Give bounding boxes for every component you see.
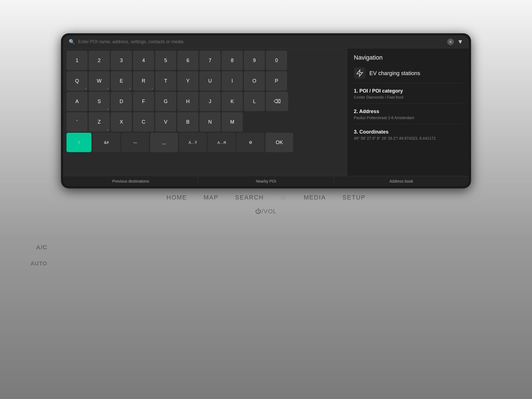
nav-panel: Navigation EV charging stations	[347, 48, 469, 176]
key-d[interactable]: D	[111, 92, 132, 111]
coordinates-section[interactable]: 3. Coordinates 49° 58' 27.6" 8° 26' 28.2…	[354, 129, 462, 144]
control-bar-bottom: ⏻/VOL	[61, 208, 471, 217]
key-b[interactable]: B	[177, 112, 198, 132]
poi-section[interactable]: 1. POI / POI category Coster Diamonds / …	[354, 88, 462, 104]
qwerty-row: Q W E R T Y U I O P	[66, 71, 344, 91]
space-key[interactable]: ⎵	[150, 133, 178, 152]
key-t[interactable]: T	[155, 71, 176, 91]
key-5[interactable]: 5	[155, 51, 176, 70]
dashboard: 🔍 ✕ ▼ 1 2 3 4 5 6 7	[0, 0, 532, 399]
filter-icon[interactable]: ▼	[457, 38, 463, 45]
power-vol-button[interactable]: ⏻/VOL	[255, 208, 277, 215]
key-w[interactable]: W	[89, 71, 110, 91]
zxcv-row: ' Z X C V B N M	[66, 112, 344, 132]
search-input[interactable]	[78, 39, 444, 44]
nav-title: Navigation	[354, 54, 462, 61]
key-c[interactable]: C	[133, 112, 154, 132]
clear-button[interactable]: ✕	[447, 39, 454, 45]
key-h[interactable]: H	[177, 92, 198, 111]
media-button[interactable]: MEDIA	[304, 194, 326, 202]
star-icon[interactable]: ☆	[280, 194, 287, 202]
shift-key[interactable]: ↑	[66, 133, 91, 152]
ev-charging-item[interactable]: EV charging stations	[354, 67, 462, 83]
bottom-bar: Previous destinations Nearby POI Address…	[63, 176, 469, 186]
main-content: 1 2 3 4 5 6 7 8 9 0 Q W	[63, 48, 469, 176]
key-z[interactable]: Z	[89, 112, 110, 132]
home-button[interactable]: HOME	[167, 194, 187, 202]
key-8[interactable]: 8	[222, 51, 243, 70]
search-button[interactable]: SEARCH	[235, 194, 264, 202]
poi-subtitle: Coster Diamonds / Fast food	[354, 95, 462, 99]
key-e[interactable]: E	[111, 71, 132, 91]
address-number: 2.	[354, 109, 358, 114]
key-u[interactable]: U	[200, 71, 221, 91]
cyrillic-key[interactable]: А…Я	[208, 133, 236, 152]
number-row: 1 2 3 4 5 6 7 8 9 0	[66, 51, 344, 70]
auto-label: AUTO	[30, 260, 47, 267]
poi-title: 1. POI / POI category	[354, 88, 462, 94]
key-q[interactable]: Q	[66, 71, 88, 91]
key-y[interactable]: Y	[177, 71, 198, 91]
key-r[interactable]: R	[133, 71, 154, 91]
search-icon: 🔍	[69, 39, 75, 45]
key-apostrophe[interactable]: '	[66, 112, 88, 132]
key-f[interactable]: F	[133, 92, 154, 111]
key-j[interactable]: J	[200, 92, 221, 111]
coord-title-text: Coordinates	[359, 129, 388, 135]
key-n[interactable]: N	[200, 112, 221, 132]
key-i[interactable]: I	[222, 71, 243, 91]
settings-key[interactable]: ⚙	[237, 133, 264, 152]
key-k[interactable]: K	[222, 92, 243, 111]
prev-destinations-btn[interactable]: Previous destinations	[63, 176, 198, 186]
address-section[interactable]: 2. Address Paulus Potterstraat 2-6 Amste…	[354, 109, 462, 124]
special-chars-key[interactable]: &#	[93, 133, 120, 152]
ac-label[interactable]: A/C	[36, 244, 47, 251]
address-subtitle: Paulus Potterstraat 2-6 Amsterdam	[354, 116, 462, 120]
poi-number: 1.	[354, 88, 358, 94]
map-button[interactable]: MAP	[204, 194, 219, 202]
address-title: 2. Address	[354, 109, 462, 114]
ev-icon	[354, 67, 365, 79]
setup-button[interactable]: SETUP	[342, 194, 365, 202]
key-a[interactable]: A	[66, 92, 88, 111]
key-4[interactable]: 4	[133, 51, 154, 70]
screen-bezel: 🔍 ✕ ▼ 1 2 3 4 5 6 7	[61, 33, 471, 188]
key-6[interactable]: 6	[177, 51, 198, 70]
dash-key[interactable]: —	[121, 133, 149, 152]
ok-key[interactable]: OK	[265, 133, 293, 152]
key-9[interactable]: 9	[244, 51, 265, 70]
physical-controls: HOME MAP SEARCH ☆ MEDIA SETUP ⏻/VOL	[61, 191, 471, 217]
backspace-key[interactable]: ⌫	[266, 92, 288, 111]
key-l[interactable]: L	[244, 92, 265, 111]
key-7[interactable]: 7	[200, 51, 221, 70]
key-s[interactable]: S	[89, 92, 110, 111]
accent-key[interactable]: Á…Ý	[179, 133, 207, 152]
asdf-row: A S D F G H J K L ⌫	[66, 92, 344, 111]
key-p[interactable]: P	[266, 71, 287, 91]
key-3[interactable]: 3	[111, 51, 132, 70]
ev-charging-label: EV charging stations	[369, 70, 420, 76]
keyboard-area: 1 2 3 4 5 6 7 8 9 0 Q W	[63, 48, 347, 176]
key-g[interactable]: G	[155, 92, 176, 111]
coord-number: 3.	[354, 129, 358, 135]
screen-inner: 🔍 ✕ ▼ 1 2 3 4 5 6 7	[63, 35, 469, 186]
coordinates-title: 3. Coordinates	[354, 129, 462, 135]
nearby-poi-btn[interactable]: Nearby POI	[198, 176, 334, 186]
control-bar-top: HOME MAP SEARCH ☆ MEDIA SETUP	[61, 191, 471, 205]
key-2[interactable]: 2	[89, 51, 110, 70]
key-x[interactable]: X	[111, 112, 132, 132]
key-o[interactable]: O	[244, 71, 265, 91]
special-row: ↑ &# — ⎵ Á…Ý А…Я ⚙ OK	[66, 133, 344, 152]
key-1[interactable]: 1	[66, 51, 88, 70]
address-title-text: Address	[359, 109, 379, 114]
address-book-btn[interactable]: Address book	[334, 176, 469, 186]
poi-title-text: POI / POI category	[359, 88, 403, 94]
coordinates-subtitle: 49° 58' 27.6" 8° 26' 28.2"/ 49.974323, 8…	[354, 136, 462, 140]
key-v[interactable]: V	[155, 112, 176, 132]
key-m[interactable]: M	[222, 112, 243, 132]
search-bar: 🔍 ✕ ▼	[63, 35, 469, 48]
key-0[interactable]: 0	[266, 51, 287, 70]
